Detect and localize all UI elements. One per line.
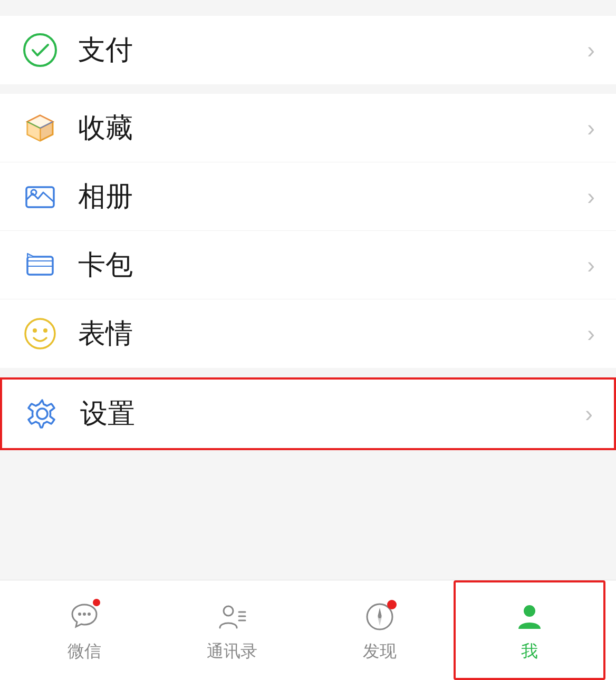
svg-point-28 (378, 615, 381, 618)
menu-group-settings: 设置 › (0, 377, 616, 450)
svg-point-19 (83, 613, 86, 616)
emoji-icon (21, 315, 59, 353)
svg-point-20 (88, 613, 91, 616)
discover-badge (387, 600, 397, 609)
album-icon (21, 178, 59, 216)
menu-group-main: 收藏 › 相册 › (0, 94, 616, 368)
svg-point-18 (78, 613, 81, 616)
svg-point-17 (37, 409, 47, 419)
emoji-chevron: › (587, 320, 595, 347)
wallet-chevron: › (587, 252, 595, 278)
svg-point-16 (43, 328, 47, 333)
svg-point-29 (524, 605, 535, 617)
menu-item-emoji[interactable]: 表情 › (0, 299, 616, 368)
discover-nav-label: 发现 (363, 640, 397, 663)
emoji-label: 表情 (78, 315, 587, 352)
contacts-nav-icon (213, 598, 251, 636)
menu-item-wallet[interactable]: 卡包 › (0, 231, 616, 299)
svg-point-21 (224, 606, 233, 616)
wechat-nav-label: 微信 (68, 640, 101, 663)
album-chevron: › (587, 183, 595, 210)
menu-item-favorites[interactable]: 收藏 › (0, 94, 616, 162)
nav-item-me[interactable]: 我 (454, 580, 605, 680)
wallet-label: 卡包 (78, 247, 587, 284)
payment-icon (21, 31, 59, 69)
svg-rect-13 (27, 261, 53, 266)
wechat-nav-icon (65, 598, 103, 636)
bottom-navigation: 微信 通讯录 (0, 580, 616, 680)
settings-icon (23, 395, 61, 433)
contacts-nav-label: 通讯录 (207, 640, 257, 663)
menu-group-payment: 支付 › (0, 16, 616, 84)
favorites-label: 收藏 (78, 110, 587, 147)
nav-item-wechat[interactable]: 微信 (11, 580, 158, 680)
svg-point-11 (31, 190, 36, 195)
menu-item-settings[interactable]: 设置 › (2, 380, 614, 448)
nav-item-discover[interactable]: 发现 (306, 580, 454, 680)
favorites-chevron: › (587, 115, 595, 141)
wallet-icon (21, 246, 59, 284)
svg-point-14 (25, 319, 55, 348)
payment-chevron: › (587, 37, 595, 63)
nav-item-contacts[interactable]: 通讯录 (158, 580, 306, 680)
svg-point-15 (33, 328, 37, 333)
discover-nav-icon (361, 598, 399, 636)
favorites-icon (21, 109, 59, 147)
payment-label: 支付 (78, 32, 587, 69)
settings-chevron: › (585, 401, 593, 427)
me-nav-label: 我 (521, 640, 538, 663)
me-nav-icon (511, 598, 548, 636)
menu-item-album[interactable]: 相册 › (0, 162, 616, 231)
settings-label: 设置 (80, 395, 585, 432)
album-label: 相册 (78, 178, 587, 215)
menu-item-payment[interactable]: 支付 › (0, 16, 616, 84)
svg-point-0 (24, 34, 56, 66)
